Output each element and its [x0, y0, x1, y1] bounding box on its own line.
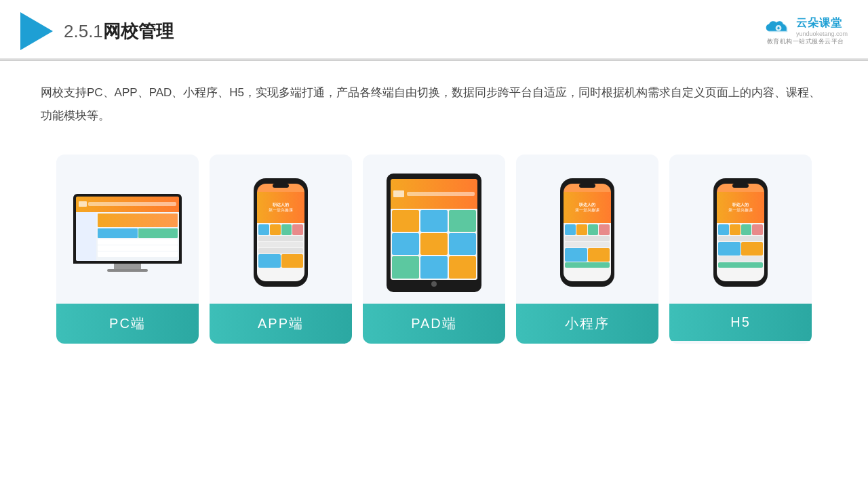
logo-triangle-icon	[20, 12, 53, 50]
phone-screen: 职达人的 第一堂兴趣课	[257, 184, 304, 281]
h5-phone-notch	[732, 184, 749, 188]
pc-card: PC端	[56, 155, 199, 344]
ipad-home-button	[431, 281, 437, 287]
pad-label: PAD端	[363, 304, 505, 344]
h5-phone-screen: 职达人的 第一堂兴趣课	[717, 184, 764, 281]
h5-phone-outer: 职达人的 第一堂兴趣课	[713, 178, 768, 287]
miniapp-card: 职达人的 第一堂兴趣课	[516, 155, 658, 344]
miniapp-phone-outer: 职达人的 第一堂兴趣课	[560, 178, 614, 287]
h5-image-area: 职达人的 第一堂兴趣课	[669, 155, 812, 304]
app-image-area: 职达人的 第一堂兴趣课	[210, 155, 352, 304]
pc-screen-inner	[76, 197, 179, 261]
header-right: 云朵课堂 yunduoketang.com 教育机构一站式服务云平台	[764, 16, 848, 46]
pc-screen-outer	[73, 194, 182, 264]
title-chinese: 网校管理	[103, 21, 174, 41]
app-card: 职达人的 第一堂兴趣课	[210, 155, 352, 344]
pad-image-area	[363, 155, 505, 304]
page-title: 2.5.1网校管理	[64, 20, 174, 43]
app-label: APP端	[210, 304, 352, 344]
brand-logo-icon: 云朵课堂 yunduoketang.com	[764, 16, 848, 37]
description-text: 网校支持PC、APP、PAD、小程序、H5，实现多端打通，产品各终端自由切换，数…	[0, 61, 868, 134]
phone-notch	[273, 184, 289, 188]
description-paragraph: 网校支持PC、APP、PAD、小程序、H5，实现多端打通，产品各终端自由切换，数…	[41, 81, 827, 127]
miniapp-phone-mockup: 职达人的 第一堂兴趣课	[560, 178, 614, 287]
app-phone-mockup: 职达人的 第一堂兴趣课	[254, 178, 308, 287]
pc-mockup	[73, 194, 182, 272]
title-number: 2.5.1	[64, 21, 103, 41]
miniapp-label: 小程序	[516, 304, 658, 344]
miniapp-phone-notch	[579, 184, 595, 188]
miniapp-phone-screen: 职达人的 第一堂兴趣课	[564, 184, 611, 281]
brand-name-text: 云朵课堂 yunduoketang.com	[796, 16, 848, 37]
h5-label: H5	[669, 304, 812, 341]
phone-outer: 职达人的 第一堂兴趣课	[254, 178, 308, 287]
h5-phone-mockup: 职达人的 第一堂兴趣课	[713, 178, 768, 287]
pc-image-area	[56, 155, 199, 304]
header: 2.5.1网校管理 云朵课堂 yunduoketang.com 教育机构一站式服…	[0, 0, 868, 60]
ipad-outer	[387, 174, 481, 292]
ipad-mockup	[387, 174, 481, 292]
pc-label: PC端	[56, 304, 199, 344]
cards-container: PC端 职达人的 第一堂兴趣课	[0, 134, 868, 364]
header-left: 2.5.1网校管理	[20, 12, 174, 50]
h5-card: 职达人的 第一堂兴趣课	[669, 155, 812, 344]
brand-logo: 云朵课堂 yunduoketang.com 教育机构一站式服务云平台	[764, 16, 848, 46]
cloud-icon	[764, 18, 793, 37]
pad-card: PAD端	[363, 155, 505, 344]
miniapp-image-area: 职达人的 第一堂兴趣课	[516, 155, 658, 304]
ipad-screen	[391, 179, 477, 280]
